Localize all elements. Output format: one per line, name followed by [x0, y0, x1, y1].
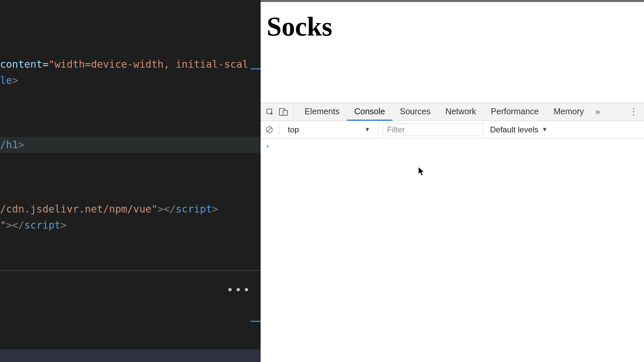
devtools-panel: Elements Console Sources Network Perform… [261, 103, 644, 362]
chevron-down-icon: ▼ [364, 126, 370, 133]
tab-console[interactable]: Console [347, 103, 392, 121]
inspect-element-icon[interactable] [263, 105, 277, 119]
separator [279, 125, 280, 135]
mouse-cursor-icon [418, 167, 424, 176]
code-line: "></script> [0, 219, 67, 231]
minimap-marker [251, 321, 261, 322]
code-line: /cdn.jsdelivr.net/npm/vue"></script> [0, 203, 218, 215]
code-area[interactable]: content="width=device-width, initial-sca… [0, 0, 261, 249]
tab-network[interactable]: Network [438, 103, 484, 121]
execution-context-select[interactable]: top ▼ [284, 123, 374, 136]
log-levels-select[interactable]: Default levels ▼ [485, 125, 552, 134]
code-editor-pane[interactable]: content="width=device-width, initial-sca… [0, 0, 261, 362]
code-line: content="width=device-width, initial-sca… [0, 58, 249, 70]
device-toolbar-icon[interactable] [277, 105, 290, 119]
tab-memory[interactable]: Memory [546, 103, 591, 121]
tab-sources[interactable]: Sources [392, 103, 438, 121]
execution-context-label: top [288, 125, 299, 134]
chevron-down-icon: ▼ [542, 126, 548, 133]
svg-rect-2 [283, 110, 287, 115]
devtools-menu-icon[interactable]: ⋮ [626, 107, 641, 117]
code-line-highlight: /h1> [0, 137, 261, 153]
log-levels-label: Default levels [490, 125, 538, 134]
code-line: le> [0, 74, 18, 86]
panel-divider[interactable] [0, 270, 261, 271]
clear-console-icon[interactable] [263, 124, 275, 136]
console-filter-input[interactable] [383, 123, 483, 136]
rendered-page: Socks [261, 2, 644, 103]
separator [378, 125, 379, 135]
console-toolbar: top ▼ Default levels ▼ [261, 121, 644, 138]
console-prompt-icon: › [265, 142, 270, 150]
separator [293, 107, 294, 117]
more-icon[interactable]: ••• [227, 281, 251, 299]
editor-status-bar [0, 349, 261, 362]
minimap-marker [251, 68, 261, 69]
page-heading: Socks [267, 11, 638, 42]
console-output[interactable]: › [261, 138, 644, 362]
tabs-overflow-icon[interactable]: » [591, 107, 604, 117]
tab-elements[interactable]: Elements [297, 103, 347, 121]
tab-performance[interactable]: Performance [483, 103, 546, 121]
svg-line-4 [267, 128, 271, 132]
devtools-tabstrip: Elements Console Sources Network Perform… [261, 103, 644, 121]
browser-pane: Socks Elements Console Sources Network P… [261, 0, 644, 362]
